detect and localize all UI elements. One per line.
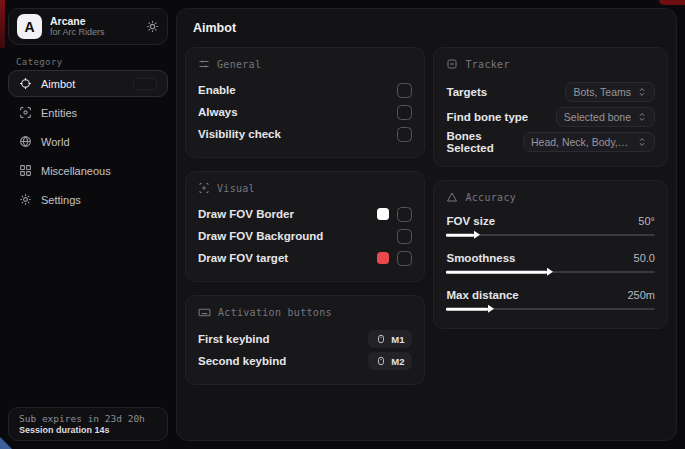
select-value: Head, Neck, Body, Pe.. bbox=[531, 136, 631, 148]
row-label: FOV size bbox=[446, 215, 495, 227]
activation-card: Activation buttons First keybind M1 Seco… bbox=[185, 295, 425, 385]
gear-icon bbox=[19, 193, 32, 206]
background-artifact-left bbox=[0, 0, 5, 48]
smoothness-value: 50.0 bbox=[634, 252, 655, 264]
chevron-updown-icon bbox=[637, 137, 647, 147]
entities-icon bbox=[19, 106, 32, 119]
activation-row-second: Second keybind M2 bbox=[198, 350, 412, 372]
cursor-artifact bbox=[0, 437, 12, 449]
main-panel: Aimbot General Enable Always bbox=[176, 8, 677, 441]
always-checkbox[interactable] bbox=[397, 105, 412, 120]
row-label: Visibility check bbox=[198, 128, 281, 140]
row-label: Find bone type bbox=[446, 111, 528, 123]
slider-thumb[interactable] bbox=[474, 231, 480, 239]
slider-fill bbox=[446, 271, 546, 274]
aimbot-keybind-placeholder bbox=[133, 78, 157, 90]
sidebar: A Arcane for Arc Riders Category Aimbot … bbox=[0, 0, 175, 449]
accuracy-card: Accuracy FOV size 50° bbox=[433, 180, 668, 329]
slider-fill bbox=[446, 308, 488, 311]
row-label: Draw FOV Border bbox=[198, 208, 294, 220]
grid-icon bbox=[19, 164, 32, 177]
bones-selected-select[interactable]: Head, Neck, Body, Pe.. bbox=[523, 132, 655, 152]
row-label: Second keybind bbox=[198, 355, 286, 367]
sub-expires-text: Sub expires in 23d 20h bbox=[19, 413, 157, 424]
app-subtitle: for Arc Riders bbox=[50, 27, 138, 37]
sidebar-item-settings[interactable]: Settings bbox=[8, 186, 168, 213]
sidebar-item-label: Entities bbox=[41, 107, 77, 119]
keyboard-icon bbox=[198, 306, 211, 319]
visual-header: Visual bbox=[217, 183, 255, 194]
chevron-updown-icon bbox=[637, 112, 647, 122]
mouse-icon bbox=[376, 356, 386, 366]
sidebar-nav: Aimbot Entities World Miscellaneous S bbox=[8, 70, 168, 215]
tracker-row-bones-selected: Bones Selected Head, Neck, Body, Pe.. bbox=[446, 129, 655, 154]
sidebar-item-aimbot[interactable]: Aimbot bbox=[8, 70, 168, 97]
second-keybind-button[interactable]: M2 bbox=[368, 352, 412, 370]
globe-icon bbox=[19, 135, 32, 148]
sidebar-item-label: Miscellaneous bbox=[41, 165, 111, 177]
app-name: Arcane bbox=[50, 15, 138, 27]
sidebar-item-label: World bbox=[41, 136, 70, 148]
keybind-value: M2 bbox=[391, 356, 404, 367]
general-card: General Enable Always Visibility check bbox=[185, 47, 425, 158]
sidebar-item-miscellaneous[interactable]: Miscellaneous bbox=[8, 157, 168, 184]
general-row-always: Always bbox=[198, 101, 412, 123]
tracker-row-bone-type: Find bone type Selected bone bbox=[446, 104, 655, 129]
sidebar-item-world[interactable]: World bbox=[8, 128, 168, 155]
slider-thumb[interactable] bbox=[488, 305, 494, 313]
visual-row-fov-border: Draw FOV Border bbox=[198, 203, 412, 225]
app-settings-icon[interactable] bbox=[146, 20, 159, 33]
fov-size-group: FOV size 50° bbox=[446, 212, 655, 240]
fov-background-checkbox[interactable] bbox=[397, 229, 412, 244]
smoothness-group: Smoothness 50.0 bbox=[446, 249, 655, 277]
mouse-icon bbox=[376, 334, 386, 344]
sidebar-item-label: Settings bbox=[41, 194, 81, 206]
max-distance-value: 250m bbox=[627, 289, 655, 301]
frame-icon bbox=[446, 58, 458, 70]
slider-thumb[interactable] bbox=[547, 268, 553, 276]
row-label: Always bbox=[198, 106, 238, 118]
visual-row-fov-background: Draw FOV Background bbox=[198, 225, 412, 247]
first-keybind-button[interactable]: M1 bbox=[368, 330, 412, 348]
general-row-visibility-check: Visibility check bbox=[198, 123, 412, 145]
visual-card: Visual Draw FOV Border Draw FOV Backgrou… bbox=[185, 171, 425, 282]
app-meta: Arcane for Arc Riders bbox=[50, 15, 138, 37]
crosshair-icon bbox=[19, 77, 32, 90]
visibility-check-checkbox[interactable] bbox=[397, 127, 412, 142]
sidebar-item-entities[interactable]: Entities bbox=[8, 99, 168, 126]
fov-size-slider[interactable] bbox=[446, 230, 655, 240]
app-header-card: A Arcane for Arc Riders bbox=[8, 8, 168, 45]
focus-icon bbox=[198, 182, 210, 194]
slider-fill bbox=[446, 234, 473, 237]
sidebar-item-label: Aimbot bbox=[41, 78, 75, 90]
select-value: Bots, Teams bbox=[573, 86, 631, 98]
enable-checkbox[interactable] bbox=[397, 83, 412, 98]
fov-target-checkbox[interactable] bbox=[397, 251, 412, 266]
row-label: Enable bbox=[198, 84, 236, 96]
row-label: Draw FOV Background bbox=[198, 230, 323, 242]
row-label: Targets bbox=[446, 86, 487, 98]
chevron-updown-icon bbox=[637, 87, 647, 97]
find-bone-type-select[interactable]: Selected bone bbox=[556, 107, 655, 127]
category-label: Category bbox=[16, 57, 63, 67]
fov-border-checkbox[interactable] bbox=[397, 207, 412, 222]
subscription-info-card: Sub expires in 23d 20h Session duration … bbox=[8, 407, 168, 441]
visual-row-fov-target: Draw FOV target bbox=[198, 247, 412, 269]
row-label: Max distance bbox=[446, 289, 518, 301]
fov-target-color-swatch[interactable] bbox=[377, 252, 389, 264]
max-distance-slider[interactable] bbox=[446, 304, 655, 314]
activation-header: Activation buttons bbox=[218, 307, 332, 318]
fov-size-value: 50° bbox=[638, 215, 655, 227]
tracker-card: Tracker Targets Bots, Teams Find bone ty… bbox=[433, 47, 668, 167]
tracker-header: Tracker bbox=[465, 59, 509, 70]
keybind-value: M1 bbox=[391, 334, 404, 345]
accuracy-header: Accuracy bbox=[465, 192, 516, 203]
page-title: Aimbot bbox=[185, 21, 668, 35]
activation-row-first: First keybind M1 bbox=[198, 328, 412, 350]
targets-select[interactable]: Bots, Teams bbox=[565, 82, 655, 102]
general-row-enable: Enable bbox=[198, 79, 412, 101]
triangle-icon bbox=[446, 191, 458, 203]
row-label: Smoothness bbox=[446, 252, 515, 264]
fov-border-color-swatch[interactable] bbox=[377, 208, 389, 220]
smoothness-slider[interactable] bbox=[446, 267, 655, 277]
